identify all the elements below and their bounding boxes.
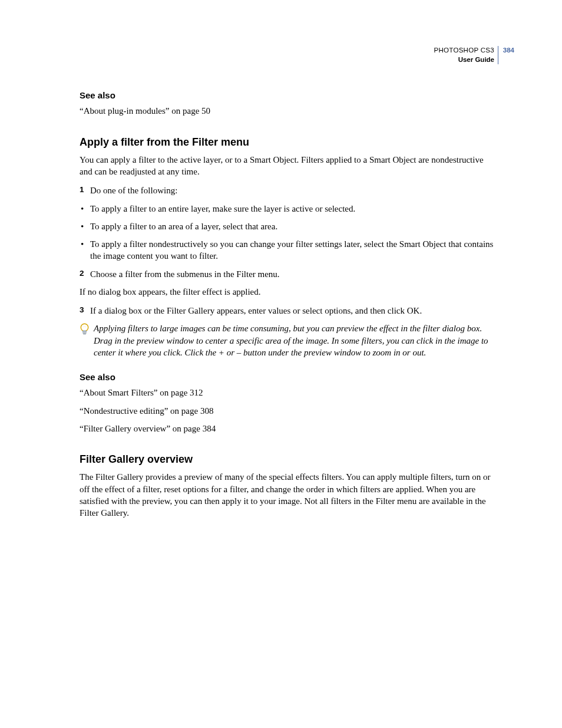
intro-paragraph: You can apply a filter to the active lay…	[80, 154, 497, 178]
step-number: 3	[80, 305, 84, 315]
step-number: 1	[80, 185, 84, 195]
xref-link[interactable]: “Filter Gallery overview” on page 384	[80, 423, 497, 434]
tip-note: Applying filters to large images can be …	[80, 322, 497, 358]
xref-link[interactable]: “About plug-in modules” on page 50	[80, 105, 497, 117]
step-item: 3 If a dialog box or the Filter Gallery …	[80, 305, 497, 317]
section-heading-apply-filter: Apply a filter from the Filter menu	[80, 135, 497, 149]
lightbulb-icon	[80, 323, 90, 336]
bullet-icon: •	[81, 203, 84, 215]
header-product: PHOTOSHOP CS3	[434, 46, 494, 55]
page-number: 384	[503, 46, 514, 55]
bullet-icon: •	[81, 238, 84, 250]
xref-link[interactable]: “Nondestructive editing” on page 308	[80, 405, 497, 417]
svg-point-0	[81, 324, 88, 331]
see-also-heading: See also	[80, 90, 497, 101]
page-content: See also “About plug-in modules” on page…	[80, 90, 497, 519]
see-also-block: See also “About Smart Filters” on page 3…	[80, 371, 497, 434]
bullet-text: To apply a filter to an entire layer, ma…	[90, 204, 355, 213]
step-text: Do one of the following:	[90, 186, 177, 195]
page: 384 PHOTOSHOP CS3 User Guide See also “A…	[0, 0, 562, 728]
step-text: Choose a filter from the submenus in the…	[90, 269, 280, 279]
see-also-heading: See also	[80, 371, 497, 383]
step-item: 1 Do one of the following:	[80, 185, 497, 196]
header-doctype: User Guide	[434, 55, 494, 65]
step-number: 2	[80, 268, 84, 279]
tip-text: Applying filters to large images can be …	[94, 324, 488, 357]
bullet-item: • To apply a filter nondestructively so …	[80, 238, 497, 262]
section-heading-filter-gallery: Filter Gallery overview	[80, 452, 497, 466]
body-paragraph: The Filter Gallery provides a preview of…	[80, 471, 497, 519]
step-text: If a dialog box or the Filter Gallery ap…	[90, 306, 422, 315]
bullet-icon: •	[81, 220, 84, 232]
page-header: 384 PHOTOSHOP CS3 User Guide	[434, 46, 498, 64]
note-paragraph: If no dialog box appears, the filter eff…	[80, 286, 497, 298]
step-item: 2 Choose a filter from the submenus in t…	[80, 268, 497, 280]
bullet-item: • To apply a filter to an entire layer, …	[80, 203, 497, 215]
bullet-text: To apply a filter to an area of a layer,…	[90, 222, 277, 231]
xref-link[interactable]: “About Smart Filters” on page 312	[80, 387, 497, 398]
bullet-item: • To apply a filter to an area of a laye…	[80, 220, 497, 232]
bullet-text: To apply a filter nondestructively so yo…	[90, 239, 493, 261]
